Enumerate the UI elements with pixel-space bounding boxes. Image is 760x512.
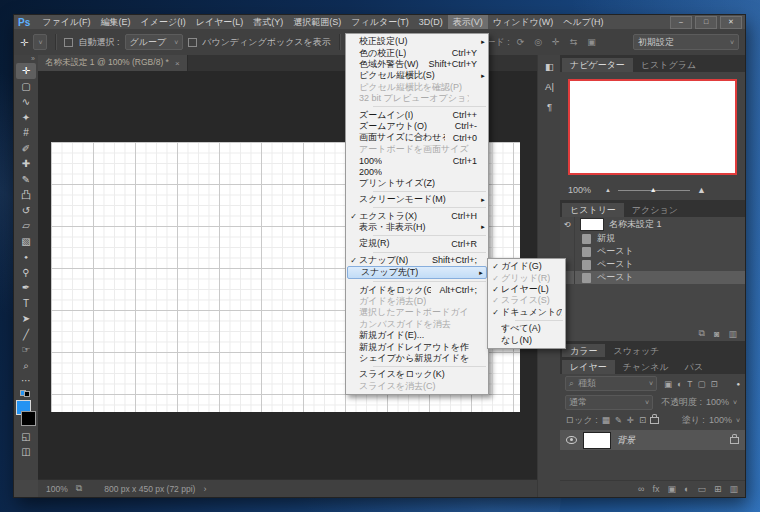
paragraph-panel-icon[interactable]: ¶ (547, 101, 552, 112)
view-menu-item[interactable]: 表示・非表示(H) ► (346, 222, 488, 233)
eraser-tool[interactable]: ▱ (16, 218, 36, 234)
view-menu-item[interactable]: ✓ スナップ(N) Shift+Ctrl+; (346, 255, 488, 266)
character-panel-icon[interactable]: A| (545, 81, 554, 92)
filter-switch-icon[interactable]: ● (736, 381, 740, 387)
close-tab-icon[interactable]: × (175, 59, 180, 68)
menu-bar-item[interactable]: ウィンドウ(W) (488, 15, 559, 29)
fill-value[interactable]: 100% (709, 415, 732, 425)
filter-pixel-layers-icon[interactable]: ▣ (664, 379, 672, 389)
panel-tab[interactable]: レイヤー (562, 360, 615, 374)
eyedropper-tool[interactable]: ✐ (16, 141, 36, 157)
gradient-tool[interactable]: ▧ (16, 234, 36, 250)
layer-style-icon[interactable]: fx (652, 484, 659, 494)
panel-tab[interactable]: スウォッチ (605, 344, 667, 358)
snap-menu-item[interactable]: ✓ ドキュメントの端(D) (488, 307, 565, 318)
quick-mask-tool[interactable]: ◱ (16, 429, 36, 445)
navigator-zoom-value[interactable]: 100% (568, 185, 591, 195)
history-state-row[interactable]: 新規 (560, 232, 745, 245)
menu-bar-item[interactable]: 表示(V) (448, 15, 488, 29)
zoom-out-icon[interactable]: ▲ (605, 187, 611, 193)
panel-tab[interactable]: ヒストグラム (633, 58, 704, 72)
view-menu-item[interactable]: 100% Ctrl+1 (346, 155, 488, 166)
toolbar-ellipsis[interactable]: ⋯ (16, 373, 36, 389)
menu-bar-item[interactable]: 3D(D) (414, 15, 448, 29)
view-menu-item[interactable]: シェイプから新規ガイドを作成(A) (346, 353, 488, 364)
menu-bar-item[interactable]: 書式(Y) (248, 15, 288, 29)
filter-adjustment-layers-icon[interactable]: ◐ (677, 379, 682, 389)
layer-group-icon[interactable]: ▭ (697, 484, 706, 494)
navigator-zoom-slider[interactable]: ▲ (618, 190, 690, 191)
collapse-chevron-icon[interactable]: » (31, 55, 35, 63)
menu-bar-item[interactable]: ヘルプ(H) (558, 15, 608, 29)
opacity-value[interactable]: 100% (706, 397, 729, 407)
lock-transparent-icon[interactable]: ▦ (602, 415, 610, 425)
3d-drag-icon[interactable]: ✛ (550, 37, 562, 47)
blur-tool[interactable]: ⬩ (16, 249, 36, 265)
layer-mask-icon[interactable]: ▣ (667, 484, 676, 494)
menu-bar-item[interactable]: 編集(E) (96, 15, 136, 29)
history-brush-source-column[interactable]: ⟲ (560, 217, 575, 232)
delete-state-icon[interactable]: ▥ (728, 329, 737, 339)
zoom-level-field[interactable]: 100% (46, 484, 68, 494)
line-tool[interactable]: ╱ (16, 327, 36, 343)
tool-preset-chevron-icon[interactable]: ˅ (33, 34, 47, 50)
hand-tool[interactable]: ☞ (16, 342, 36, 358)
spot-healing-brush-tool[interactable]: ✚ (16, 156, 36, 172)
view-menu-item[interactable]: 定規(R) Ctrl+R (346, 238, 488, 249)
path-selection-tool[interactable]: ➤ (16, 311, 36, 327)
menu-bar-item[interactable]: フィルター(T) (346, 15, 413, 29)
history-state-row[interactable]: ペースト (560, 271, 745, 284)
move-tool[interactable]: ✛ (16, 63, 36, 79)
rectangular-marquee-tool[interactable]: ▢ (16, 79, 36, 95)
background-color-swatch[interactable] (21, 411, 36, 426)
history-brush-tool[interactable]: ↺ (16, 203, 36, 219)
dodge-tool[interactable]: ⚲ (16, 265, 36, 281)
minimize-button[interactable]: – (670, 16, 692, 29)
background-layer-row[interactable]: 背景 (560, 430, 745, 450)
panel-tab[interactable]: カラー (562, 344, 605, 358)
history-brush-source-column[interactable] (560, 232, 575, 245)
new-document-from-state-icon[interactable]: ⧉ (699, 328, 705, 339)
history-brush-source-column[interactable] (560, 245, 575, 258)
link-layers-icon[interactable]: ∞ (638, 484, 644, 494)
view-menu-item[interactable]: スライスを消去(C) (346, 381, 488, 392)
menu-bar-item[interactable]: ファイル(F) (37, 15, 95, 29)
view-menu-item[interactable]: スクリーンモード(M) ► (346, 194, 488, 205)
zoom-in-icon[interactable]: ▲ (697, 185, 706, 195)
3d-scale-icon[interactable]: ▣ (585, 37, 598, 47)
document-tab[interactable]: 名称未設定 1 @ 100% (RGB/8) * × (38, 55, 188, 71)
menu-bar-item[interactable]: レイヤー(L) (191, 15, 249, 29)
properties-panel-icon[interactable]: ◧ (545, 61, 554, 72)
menu-bar-item[interactable]: 選択範囲(S) (288, 15, 346, 29)
status-export-icon[interactable]: ⧉ (76, 483, 82, 494)
pen-tool[interactable]: ✒ (16, 280, 36, 296)
default-swap-colors-icon[interactable] (20, 390, 32, 396)
delete-layer-icon[interactable]: ▥ (729, 484, 738, 494)
3d-roll-icon[interactable]: ◎ (532, 37, 544, 47)
history-state-row[interactable]: ペースト (560, 245, 745, 258)
history-state-row[interactable]: ⟲ 名称未設定 1 (560, 217, 745, 232)
view-menu-item[interactable]: プリントサイズ(Z) (346, 178, 488, 189)
maximize-button[interactable]: □ (695, 16, 717, 29)
view-menu-item[interactable]: スナップ先(T) ► (347, 266, 487, 279)
view-menu-item[interactable]: アートボードを画面サイズに合わせる(F) (346, 144, 488, 155)
slider-thumb-icon[interactable]: ▲ (650, 186, 657, 193)
auto-select-mode-dropdown[interactable]: グループ ˅ (125, 34, 184, 50)
close-button[interactable]: ✕ (720, 16, 742, 29)
layer-visibility-eye-icon[interactable] (566, 436, 577, 444)
new-snapshot-icon[interactable]: ◙ (714, 329, 719, 339)
blend-mode-dropdown[interactable]: 通常 ˅ (565, 395, 653, 410)
adjustment-layer-icon[interactable]: ◐ (684, 484, 689, 494)
lock-paint-icon[interactable]: ✎ (615, 415, 622, 425)
3d-rotate-icon[interactable]: ⟳ (515, 37, 527, 47)
history-state-row[interactable]: ペースト (560, 258, 745, 271)
menu-bar-item[interactable]: イメージ(I) (136, 15, 191, 29)
view-menu-item[interactable]: 32 bit プレビューオプション... (346, 93, 488, 104)
new-layer-icon[interactable]: ⊞ (714, 484, 722, 494)
3d-slide-icon[interactable]: ⇆ (568, 37, 580, 47)
filter-smart-objects-icon[interactable]: ⊡ (710, 379, 717, 389)
auto-select-checkbox[interactable] (64, 38, 73, 47)
bounding-box-checkbox[interactable] (188, 38, 197, 47)
screen-mode-tool[interactable]: ◫ (16, 444, 36, 460)
lasso-tool[interactable]: ∿ (16, 94, 36, 110)
